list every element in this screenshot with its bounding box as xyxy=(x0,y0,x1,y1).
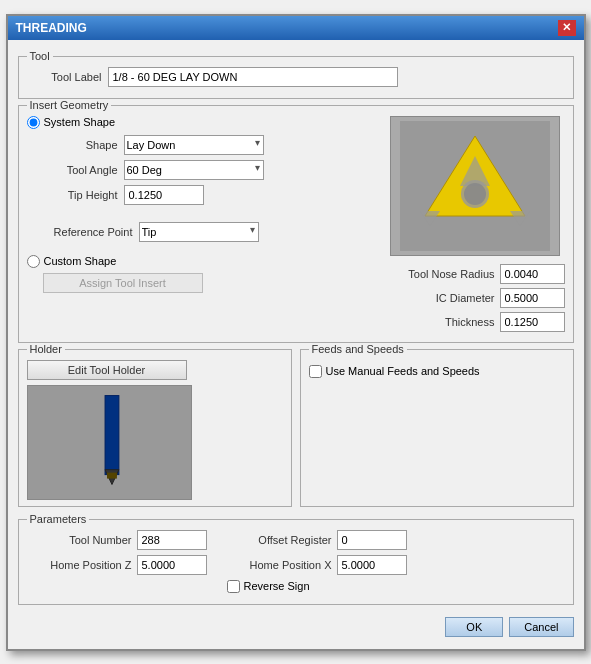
system-shape-radio[interactable] xyxy=(27,116,40,129)
title-bar: THREADING ✕ xyxy=(8,16,584,40)
parameters-right: Offset Register Home Position X Reverse … xyxy=(227,530,407,598)
system-shape-radio-label[interactable]: System Shape xyxy=(27,116,116,129)
tool-label-input[interactable] xyxy=(108,67,398,87)
tool-angle-row: Tool Angle 60 Deg 45 Deg 30 Deg xyxy=(43,160,382,180)
holder-section: Holder Edit Tool Holder xyxy=(18,349,292,507)
reference-point-label: Reference Point xyxy=(43,226,133,238)
tool-preview xyxy=(390,116,560,256)
tool-label-label: Tool Label xyxy=(27,71,102,83)
thickness-input[interactable] xyxy=(500,312,565,332)
tool-section: Tool Tool Label xyxy=(18,56,574,99)
feeds-section-title: Feeds and Speeds xyxy=(309,343,407,355)
tool-nose-radius-row: Tool Nose Radius xyxy=(390,264,565,284)
tool-angle-select[interactable]: 60 Deg 45 Deg 30 Deg xyxy=(124,160,264,180)
tool-number-input[interactable] xyxy=(137,530,207,550)
close-button[interactable]: ✕ xyxy=(558,20,576,36)
insert-geometry-title: Insert Geometry xyxy=(27,99,112,111)
reference-point-row: Reference Point Tip Center Base xyxy=(43,222,382,242)
offset-register-row: Offset Register xyxy=(227,530,407,550)
ic-diameter-label: IC Diameter xyxy=(390,292,495,304)
manual-feeds-row: Use Manual Feeds and Speeds xyxy=(309,360,565,378)
ok-button[interactable]: OK xyxy=(445,617,503,637)
parameters-left: Tool Number Home Position Z xyxy=(27,530,207,598)
cancel-button[interactable]: Cancel xyxy=(509,617,573,637)
insert-geometry-inner: System Shape Shape Lay Down Neutral Stan… xyxy=(27,116,565,336)
tool-angle-select-wrapper: 60 Deg 45 Deg 30 Deg xyxy=(124,160,264,180)
custom-shape-radio[interactable] xyxy=(27,255,40,268)
parameters-section: Parameters Tool Number Home Position Z O… xyxy=(18,519,574,605)
threading-dialog: THREADING ✕ Tool Tool Label Insert Geome… xyxy=(6,14,586,651)
holder-feeds-row: Holder Edit Tool Holder xyxy=(18,349,574,513)
holder-section-title: Holder xyxy=(27,343,65,355)
shape-row: Shape Lay Down Neutral Stand Up xyxy=(43,135,382,155)
svg-point-6 xyxy=(464,183,486,205)
home-x-row: Home Position X xyxy=(227,555,407,575)
home-x-label: Home Position X xyxy=(227,559,332,571)
reference-point-select[interactable]: Tip Center Base xyxy=(139,222,259,242)
tip-height-label: Tip Height xyxy=(43,189,118,201)
dialog-content: Tool Tool Label Insert Geometry System S… xyxy=(8,40,584,649)
insert-geometry-section: Insert Geometry System Shape Shape xyxy=(18,105,574,343)
holder-preview-svg xyxy=(28,385,191,500)
dialog-title: THREADING xyxy=(16,21,87,35)
reverse-sign-label[interactable]: Reverse Sign xyxy=(227,580,310,593)
tool-label-row: Tool Label xyxy=(27,67,565,87)
reverse-sign-row: Reverse Sign xyxy=(227,580,407,593)
home-z-input[interactable] xyxy=(137,555,207,575)
manual-feeds-text: Use Manual Feeds and Speeds xyxy=(326,365,480,377)
home-x-input[interactable] xyxy=(337,555,407,575)
svg-rect-10 xyxy=(107,472,117,478)
ig-right: Tool Nose Radius IC Diameter Thickness xyxy=(390,116,565,336)
tool-angle-label: Tool Angle xyxy=(43,164,118,176)
ig-left: System Shape Shape Lay Down Neutral Stan… xyxy=(27,116,382,336)
tip-height-row: Tip Height xyxy=(43,185,382,205)
manual-feeds-label[interactable]: Use Manual Feeds and Speeds xyxy=(309,365,565,378)
tool-number-row: Tool Number xyxy=(27,530,207,550)
custom-shape-radio-label[interactable]: Custom Shape xyxy=(27,255,117,268)
svg-rect-8 xyxy=(105,395,119,474)
thickness-label: Thickness xyxy=(390,316,495,328)
reference-point-select-wrapper: Tip Center Base xyxy=(139,222,259,242)
parameters-section-title: Parameters xyxy=(27,513,90,525)
custom-shape-row: Custom Shape xyxy=(27,255,382,268)
holder-preview xyxy=(27,385,192,500)
shape-label: Shape xyxy=(43,139,118,151)
home-z-label: Home Position Z xyxy=(27,559,132,571)
home-z-row: Home Position Z xyxy=(27,555,207,575)
tool-section-title: Tool xyxy=(27,50,53,62)
custom-shape-label: Custom Shape xyxy=(44,255,117,267)
manual-feeds-checkbox[interactable] xyxy=(309,365,322,378)
assign-insert-button: Assign Tool Insert xyxy=(43,273,203,293)
tool-nose-radius-input[interactable] xyxy=(500,264,565,284)
feeds-section: Feeds and Speeds Use Manual Feeds and Sp… xyxy=(300,349,574,507)
thickness-row: Thickness xyxy=(390,312,565,332)
edit-holder-btn-row: Edit Tool Holder xyxy=(27,360,283,380)
tool-preview-svg xyxy=(400,121,550,251)
system-shape-row: System Shape xyxy=(27,116,382,129)
offset-register-label: Offset Register xyxy=(227,534,332,546)
offset-register-input[interactable] xyxy=(337,530,407,550)
shape-select[interactable]: Lay Down Neutral Stand Up xyxy=(124,135,264,155)
reverse-sign-text: Reverse Sign xyxy=(244,580,310,592)
shape-select-wrapper: Lay Down Neutral Stand Up xyxy=(124,135,264,155)
bottom-buttons: OK Cancel xyxy=(18,613,574,641)
tool-nose-radius-label: Tool Nose Radius xyxy=(390,268,495,280)
ic-diameter-input[interactable] xyxy=(500,288,565,308)
system-shape-label: System Shape xyxy=(44,116,116,128)
edit-holder-button[interactable]: Edit Tool Holder xyxy=(27,360,187,380)
parameters-inner: Tool Number Home Position Z Offset Regis… xyxy=(27,530,565,598)
assign-insert-row: Assign Tool Insert xyxy=(43,273,382,293)
tool-number-label: Tool Number xyxy=(27,534,132,546)
tip-height-input[interactable] xyxy=(124,185,204,205)
ic-diameter-row: IC Diameter xyxy=(390,288,565,308)
reverse-sign-checkbox[interactable] xyxy=(227,580,240,593)
